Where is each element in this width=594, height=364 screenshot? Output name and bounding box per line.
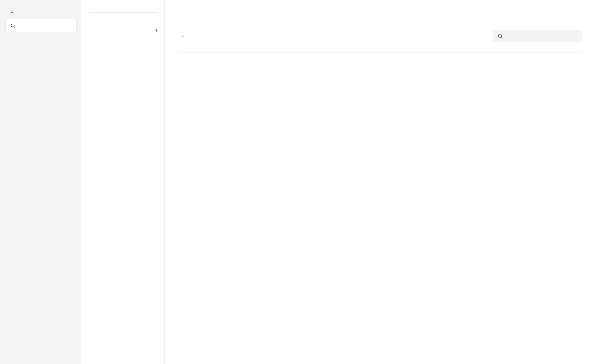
folder-toolbar: + xyxy=(181,30,582,42)
svg-point-0 xyxy=(11,24,14,27)
divider xyxy=(178,17,582,17)
table-header xyxy=(178,48,582,53)
divider xyxy=(0,38,81,38)
svg-point-2 xyxy=(498,34,502,37)
search-icon xyxy=(497,33,504,39)
chevron-down-icon: ⌄ xyxy=(10,8,14,15)
search-icon xyxy=(10,23,16,29)
main-content: + xyxy=(165,0,594,364)
svg-line-3 xyxy=(501,37,503,38)
folder-search-input[interactable] xyxy=(507,33,578,39)
add-folder-button[interactable]: + xyxy=(181,32,188,40)
divider xyxy=(89,12,158,13)
policy-list-panel: + xyxy=(81,0,165,364)
add-custom-policy-button[interactable]: + xyxy=(154,27,158,35)
plus-icon: + xyxy=(181,32,185,40)
left-sidebar: ⌄ xyxy=(0,0,81,364)
sidebar-title-dropdown[interactable]: ⌄ xyxy=(7,7,77,14)
sidebar-search-input[interactable] xyxy=(20,22,72,29)
custom-policies-heading: + xyxy=(90,27,158,35)
svg-line-1 xyxy=(14,26,15,28)
folder-search[interactable] xyxy=(493,30,582,42)
sidebar-search[interactable] xyxy=(5,19,77,32)
folders-table xyxy=(178,48,582,53)
